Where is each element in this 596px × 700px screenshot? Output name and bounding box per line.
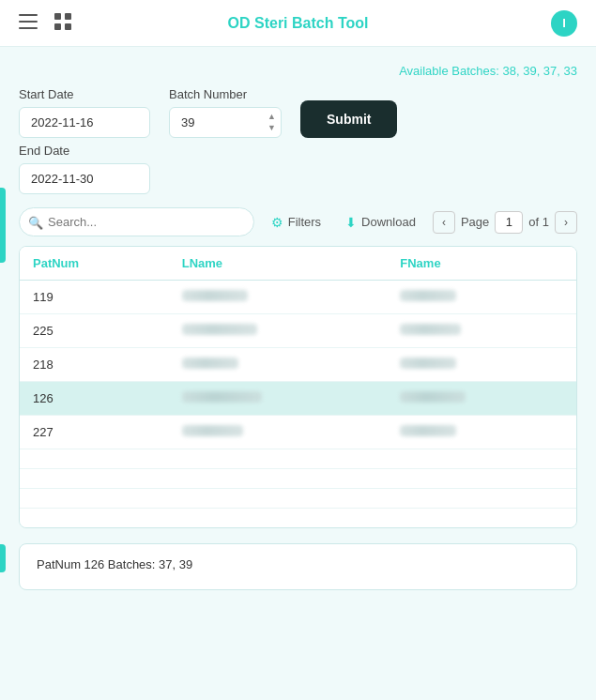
- cell-lname: [169, 449, 388, 469]
- end-date-input[interactable]: [19, 163, 150, 194]
- cell-fname: [387, 489, 576, 509]
- svg-rect-1: [19, 21, 38, 23]
- cell-patnum: 227: [20, 416, 169, 449]
- cell-fname: [387, 416, 576, 449]
- end-date-group: End Date: [19, 144, 150, 194]
- avatar[interactable]: I: [551, 10, 577, 37]
- left-indicator-top: [0, 188, 6, 263]
- data-table-wrapper: PatNum LName FName 119225218126227: [19, 246, 577, 528]
- table-row[interactable]: [20, 509, 576, 528]
- cell-patnum: [20, 509, 169, 528]
- end-date-row: End Date: [19, 144, 577, 194]
- table-row[interactable]: [20, 489, 576, 509]
- cell-fname: [387, 281, 576, 314]
- col-fname: FName: [387, 247, 576, 281]
- cell-fname: [387, 509, 576, 528]
- batch-number-label: Batch Number: [169, 87, 282, 101]
- cell-patnum: [20, 489, 169, 509]
- filters-icon: ⚙: [271, 215, 283, 230]
- cell-fname: [387, 314, 576, 348]
- table-row[interactable]: [20, 449, 576, 469]
- app-header: OD Steri Batch Tool I: [0, 0, 596, 47]
- svg-rect-6: [65, 23, 71, 30]
- filters-label: Filters: [288, 215, 321, 229]
- search-icon: 🔍: [28, 215, 43, 229]
- start-date-group: Start Date: [19, 87, 150, 138]
- cell-patnum: 225: [20, 314, 169, 348]
- cell-patnum: [20, 449, 169, 469]
- table-row[interactable]: [20, 469, 576, 489]
- cell-lname: [169, 348, 388, 382]
- cell-fname: [387, 348, 576, 382]
- filters-button[interactable]: ⚙ Filters: [264, 209, 329, 236]
- cell-patnum: 119: [20, 281, 169, 314]
- start-date-input[interactable]: [19, 107, 150, 138]
- end-date-label: End Date: [19, 144, 150, 158]
- left-indicator-bottom: [0, 544, 6, 572]
- cell-patnum: 126: [20, 382, 169, 416]
- cell-fname: [387, 382, 576, 416]
- download-icon: ⬇: [345, 215, 357, 230]
- col-patnum: PatNum: [20, 247, 169, 281]
- table-row[interactable]: 225: [20, 314, 576, 348]
- hamburger-icon[interactable]: [19, 14, 38, 33]
- data-table: PatNum LName FName 119225218126227: [20, 247, 576, 527]
- svg-rect-5: [54, 23, 61, 30]
- cell-fname: [387, 449, 576, 469]
- table-row[interactable]: 218: [20, 348, 576, 382]
- prev-page-button[interactable]: ‹: [433, 211, 455, 234]
- submit-button[interactable]: Submit: [300, 100, 397, 138]
- pagination: ‹ Page of 1 ›: [433, 211, 577, 234]
- grid-icon[interactable]: [54, 13, 71, 34]
- cell-lname: [169, 314, 388, 348]
- table-row[interactable]: 119: [20, 281, 576, 314]
- col-lname: LName: [169, 247, 388, 281]
- batch-spinner: ▲ ▼: [266, 112, 278, 133]
- cell-lname: [169, 416, 388, 449]
- batch-decrement-btn[interactable]: ▼: [266, 123, 278, 133]
- cell-lname: [169, 281, 388, 314]
- available-batches: Available Batches: 38, 39, 37, 33: [235, 64, 577, 78]
- cell-fname: [387, 469, 576, 489]
- batch-number-input[interactable]: [169, 107, 282, 138]
- cell-patnum: [20, 469, 169, 489]
- status-text: PatNum 126 Batches: 37, 39: [37, 557, 192, 571]
- cell-lname: [169, 489, 388, 509]
- next-page-button[interactable]: ›: [555, 211, 577, 234]
- main-content: Available Batches: 38, 39, 37, 33 Start …: [0, 47, 596, 607]
- download-button[interactable]: ⬇ Download: [338, 209, 423, 236]
- cell-lname: [169, 382, 388, 416]
- svg-rect-0: [19, 14, 38, 16]
- cell-patnum: 218: [20, 348, 169, 382]
- page-number-input[interactable]: [495, 211, 523, 234]
- page-of-label: of 1: [528, 215, 549, 229]
- search-input[interactable]: [19, 207, 254, 236]
- status-bar: PatNum 126 Batches: 37, 39: [19, 543, 577, 590]
- svg-rect-3: [54, 13, 61, 20]
- batch-number-group: Batch Number ▲ ▼: [169, 87, 282, 138]
- batch-increment-btn[interactable]: ▲: [266, 112, 278, 122]
- download-label: Download: [361, 215, 416, 229]
- form-row: Start Date Batch Number ▲ ▼ Submit: [19, 87, 577, 138]
- app-title: OD Steri Batch Tool: [228, 15, 369, 32]
- page-label: Page: [461, 215, 489, 229]
- table-header-row: PatNum LName FName: [20, 247, 576, 281]
- table-row[interactable]: 227: [20, 416, 576, 449]
- table-row[interactable]: 126: [20, 382, 576, 416]
- cell-lname: [169, 509, 388, 528]
- search-wrapper: 🔍: [19, 207, 254, 236]
- svg-rect-2: [19, 27, 38, 29]
- svg-rect-4: [65, 13, 71, 20]
- cell-lname: [169, 469, 388, 489]
- toolbar: 🔍 ⚙ Filters ⬇ Download ‹ Page of 1 ›: [19, 207, 577, 236]
- start-date-label: Start Date: [19, 87, 150, 101]
